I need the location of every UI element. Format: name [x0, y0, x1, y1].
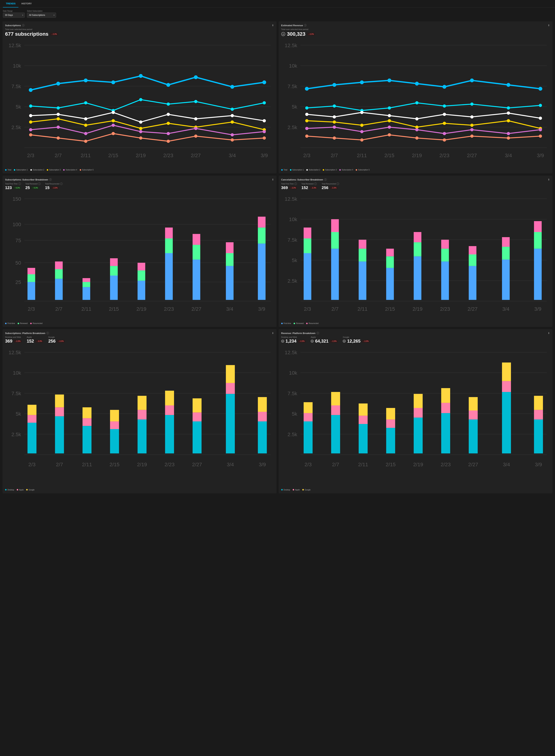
svg-rect-326 [534, 396, 543, 410]
svg-point-103 [305, 106, 308, 110]
cancel-resurrected-label: Total Resurrected i [322, 183, 339, 185]
estimated-revenue-card: Estimated Revenue i ⬇ Total over selecte… [279, 21, 553, 173]
subs-platform-stats: Desktop and Web 369 ↓ 2.3% Apple 152 ↓ 2… [5, 336, 274, 344]
svg-rect-266 [138, 410, 146, 420]
svg-point-128 [507, 119, 510, 122]
rev-legend-desktop-platform: Desktop [281, 489, 290, 491]
subscriptions-value: 677 subscriptions [5, 31, 48, 37]
svg-rect-261 [82, 407, 91, 419]
svg-rect-208 [304, 228, 311, 238]
svg-rect-165 [82, 287, 90, 300]
subs-breakdown-legend: First-time Renewed Resurrected [5, 322, 274, 324]
svg-rect-308 [358, 404, 368, 416]
svg-text:3/9: 3/9 [261, 153, 268, 158]
svg-point-30 [57, 106, 60, 110]
svg-text:10k: 10k [289, 370, 297, 376]
date-range-select[interactable]: 30 Days 7 Days 90 Days 1 Year [3, 12, 25, 18]
svg-text:3/4: 3/4 [227, 462, 234, 467]
svg-rect-206 [304, 253, 311, 300]
svg-text:7.5k: 7.5k [288, 237, 297, 243]
svg-point-120 [539, 117, 542, 120]
svg-point-106 [388, 106, 391, 110]
subs-breakdown-download-icon[interactable]: ⬇ [272, 178, 274, 181]
tab-trends[interactable]: TRENDS [3, 0, 18, 7]
subscription-select[interactable]: All Subscriptions Subscription 1 Subscri… [27, 12, 56, 18]
rev-apple-value: ◎ 64,321 ↓ 2.3% [311, 339, 338, 344]
svg-rect-221 [441, 262, 449, 300]
legend-sub4-dot [63, 169, 65, 171]
svg-rect-174 [165, 253, 173, 300]
svg-point-56 [29, 128, 32, 131]
svg-point-61 [167, 132, 170, 135]
cancel-legend-renewed: Renewed [294, 322, 304, 324]
svg-rect-216 [386, 256, 394, 268]
subs-platform-title: Subscriptions: Platform Breakdown i [5, 332, 49, 334]
revenue-period: Total over selected time period [281, 28, 550, 30]
subs-breakdown-header: Subscriptions: Subscriber Breakdown i ⬇ [5, 178, 274, 181]
rev-platform-info-icon[interactable]: i [316, 332, 319, 334]
cancel-ft-info-icon[interactable]: i [294, 183, 297, 185]
svg-text:2/15: 2/15 [384, 153, 394, 158]
subs-platform-card: Subscriptions: Platform Breakdown i ⬇ De… [3, 329, 276, 493]
svg-point-68 [112, 132, 115, 135]
svg-rect-304 [331, 405, 340, 415]
svg-rect-219 [414, 242, 421, 256]
renewed-info-icon[interactable]: i [38, 183, 41, 185]
resurrected-info-icon[interactable]: i [60, 183, 62, 185]
svg-text:2/27: 2/27 [467, 306, 477, 312]
cancel-ren-info-icon[interactable]: i [314, 183, 317, 185]
subs-breakdown-title: Subscriptions: Subscriber Breakdown i [5, 178, 52, 181]
svg-rect-272 [193, 412, 202, 422]
svg-point-96 [360, 80, 364, 84]
svg-text:3/4: 3/4 [229, 153, 236, 158]
svg-text:10k: 10k [289, 216, 297, 222]
tab-history[interactable]: HISTORY [18, 0, 35, 7]
main-grid: Subscriptions i ⬇ Total over selected ti… [0, 20, 555, 496]
svg-text:5k: 5k [16, 411, 21, 417]
legend-sub2: Subscription 2 [30, 169, 44, 171]
svg-rect-159 [28, 282, 35, 300]
platform-apple-rev: Apple ◎ 64,321 ↓ 2.3% [311, 336, 338, 344]
subscriptions-download-icon[interactable]: ⬇ [272, 24, 274, 27]
subs-platform-chart: 12.5k 10k 7.5k 5k 2.5k [5, 346, 274, 487]
rev-platform-chart-svg: 12.5k 10k 7.5k 5k 2.5k [281, 346, 550, 487]
rev-legend-total: Total [281, 169, 288, 171]
svg-point-29 [29, 104, 32, 108]
svg-point-126 [443, 122, 446, 125]
svg-point-127 [470, 124, 473, 127]
svg-point-111 [539, 104, 542, 107]
svg-rect-168 [110, 276, 118, 300]
cancel-res-info-icon[interactable]: i [337, 183, 339, 185]
svg-rect-257 [55, 407, 64, 416]
svg-point-64 [263, 130, 266, 133]
svg-point-36 [230, 108, 234, 111]
rev-google-label: Google [343, 336, 370, 338]
revenue-currency-icon: ◎ [281, 32, 285, 36]
subs-breakdown-chart: 150 100 75 50 25 [5, 192, 274, 321]
revenue-info-icon[interactable]: i [304, 24, 306, 27]
svg-point-139 [305, 134, 308, 138]
rev-apple-badge: ↓ 2.3% [330, 340, 338, 343]
cancel-info-icon[interactable]: i [324, 178, 327, 181]
svg-text:7.5k: 7.5k [288, 84, 297, 89]
subs-breakdown-info-icon[interactable]: i [49, 178, 52, 181]
subs-platform-info-icon[interactable]: i [46, 332, 49, 334]
subs-platform-download-icon[interactable]: ⬇ [272, 332, 274, 334]
svg-rect-176 [165, 228, 173, 238]
apple-subs-badge: ↓ 2.3% [36, 340, 43, 343]
stat-renewed-label: Total Renewed i [25, 183, 41, 185]
svg-point-99 [442, 85, 446, 89]
svg-text:2/23: 2/23 [164, 306, 174, 312]
rev-platform-download-icon[interactable]: ⬇ [548, 332, 550, 334]
cancel-renewed-value: 152 ↓ 2.3% [301, 186, 317, 190]
revenue-download-icon[interactable]: ⬇ [548, 24, 550, 27]
subscription-select-wrapper[interactable]: All Subscriptions Subscription 1 Subscri… [27, 12, 56, 18]
first-time-badge: ↑ 0.3% [13, 187, 21, 189]
svg-rect-265 [138, 420, 146, 453]
date-range-select-wrapper[interactable]: 30 Days 7 Days 90 Days 1 Year [3, 12, 25, 18]
first-time-info-icon[interactable]: i [18, 183, 21, 185]
svg-rect-225 [469, 254, 476, 266]
cancel-download-icon[interactable]: ⬇ [548, 178, 550, 181]
rev-platform-legend: Desktop Apple Google [281, 489, 550, 491]
subscriptions-info-icon[interactable]: i [22, 24, 25, 27]
